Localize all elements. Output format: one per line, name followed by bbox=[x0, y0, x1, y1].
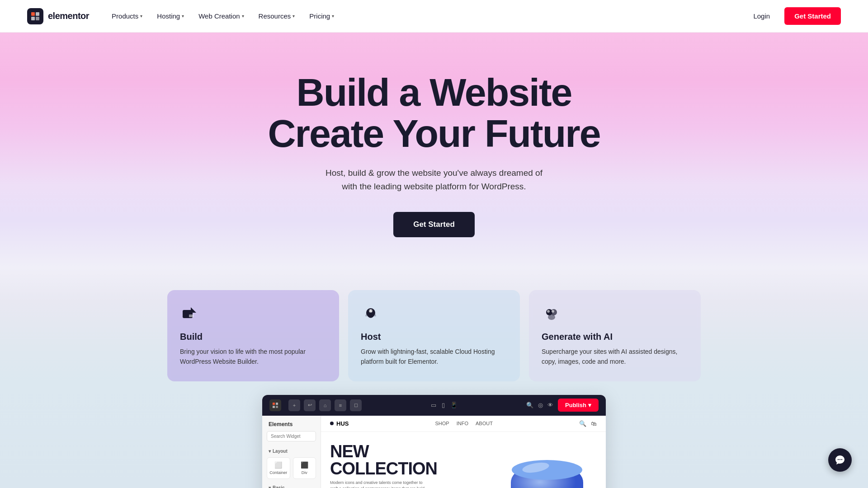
canvas-hero-desc: Modern icons and creative talents come t… bbox=[330, 480, 429, 488]
elements-label: Elements bbox=[262, 416, 321, 431]
svg-point-13 bbox=[552, 310, 554, 313]
editor-window: + ↩ ⌂ ≡ ◻ ▭ ▯ 📱 🔍 ◎ 👁 Publish ▾ bbox=[262, 395, 606, 488]
ai-icon bbox=[542, 305, 561, 324]
chat-icon bbox=[835, 455, 845, 465]
svg-rect-15 bbox=[276, 403, 278, 405]
login-button[interactable]: Login bbox=[746, 9, 777, 23]
feature-title-host: Host bbox=[361, 332, 507, 342]
feature-card-host: Host Grow with lightning-fast, scalable … bbox=[348, 290, 520, 381]
chevron-down-icon: ▾ bbox=[242, 14, 244, 19]
basic-section-label: ▾ Basic bbox=[262, 483, 321, 488]
canvas-text-col: NEW COLLECTION Modern icons and creative… bbox=[330, 443, 497, 488]
chat-button[interactable] bbox=[828, 448, 852, 472]
svg-point-25 bbox=[840, 459, 840, 460]
chevron-down-icon: ▾ bbox=[292, 14, 295, 19]
mobile-device-btn[interactable]: 📱 bbox=[450, 402, 458, 408]
nav-item-pricing[interactable]: Pricing ▾ bbox=[303, 9, 340, 23]
svg-point-26 bbox=[841, 459, 842, 460]
svg-rect-16 bbox=[273, 406, 275, 408]
svg-rect-3 bbox=[36, 17, 39, 20]
editor-topbar-icons: + ↩ ⌂ ≡ ◻ bbox=[288, 399, 362, 411]
chevron-down-icon: ▾ bbox=[332, 14, 334, 19]
editor-logo-icon bbox=[269, 399, 281, 411]
layout-section-label: ▾ Layout bbox=[262, 446, 321, 455]
div-icon: ⬛ bbox=[301, 461, 308, 469]
build-icon bbox=[180, 305, 200, 324]
feature-title-build: Build bbox=[180, 332, 326, 342]
feature-card-ai: Generate with AI Supercharge your sites … bbox=[529, 290, 701, 381]
nav-item-hosting[interactable]: Hosting ▾ bbox=[151, 9, 190, 23]
chevron-down-icon: ▾ bbox=[140, 14, 142, 19]
canvas-visual-col bbox=[497, 443, 597, 488]
nav-item-products[interactable]: Products ▾ bbox=[105, 9, 149, 23]
svg-rect-0 bbox=[31, 12, 35, 16]
nav-item-web-creation[interactable]: Web Creation ▾ bbox=[192, 9, 250, 23]
host-icon bbox=[361, 305, 381, 324]
logo-icon bbox=[27, 8, 43, 24]
editor-topbar-right: 🔍 ◎ 👁 Publish ▾ bbox=[526, 399, 599, 412]
feature-desc-build: Bring your vision to life with the most … bbox=[180, 347, 326, 367]
canvas-hero-title: NEW COLLECTION bbox=[330, 443, 429, 477]
svg-point-24 bbox=[838, 459, 839, 460]
tablet-device-btn[interactable]: ▯ bbox=[442, 402, 445, 408]
responsive-icon[interactable]: ◎ bbox=[538, 402, 543, 408]
editor-topbar: + ↩ ⌂ ≡ ◻ ▭ ▯ 📱 🔍 ◎ 👁 Publish ▾ bbox=[262, 395, 606, 416]
editor-preview-section: + ↩ ⌂ ≡ ◻ ▭ ▯ 📱 🔍 ◎ 👁 Publish ▾ bbox=[0, 381, 868, 488]
get-started-hero-button[interactable]: Get Started bbox=[393, 212, 475, 237]
publish-button[interactable]: Publish ▾ bbox=[558, 399, 599, 412]
hero-title: Build a Website Create Your Future bbox=[268, 72, 600, 154]
history-icon-btn[interactable]: ⌂ bbox=[319, 399, 331, 411]
editor-canvas: HUS SHOP INFO ABOUT 🔍 🛍 bbox=[321, 416, 606, 488]
logo[interactable]: elementor bbox=[27, 8, 89, 24]
canvas-cart-icon: 🛍 bbox=[591, 420, 597, 427]
feature-desc-host: Grow with lightning-fast, scalable Cloud… bbox=[361, 347, 507, 367]
canvas-logo-dot bbox=[330, 422, 334, 425]
layout-widgets-grid: ⬜ Container ⬛ Div bbox=[262, 455, 321, 483]
svg-rect-17 bbox=[276, 406, 278, 408]
get-started-nav-button[interactable]: Get Started bbox=[784, 7, 841, 25]
svg-rect-6 bbox=[189, 314, 193, 317]
container-icon: ⬜ bbox=[274, 461, 282, 469]
chevron-down-icon: ▾ bbox=[182, 14, 184, 19]
svg-rect-14 bbox=[273, 403, 275, 405]
feature-card-build: Build Bring your vision to life with the… bbox=[167, 290, 339, 381]
more-icon-btn[interactable]: ◻ bbox=[350, 399, 362, 411]
canvas-3d-object bbox=[502, 443, 592, 488]
navbar: elementor Products ▾ Hosting ▾ Web Creat… bbox=[0, 0, 868, 33]
preview-icon[interactable]: 👁 bbox=[547, 402, 553, 408]
chevron-down-icon: ▾ bbox=[588, 402, 591, 408]
hero-section: Build a Website Create Your Future Host,… bbox=[0, 33, 868, 267]
container-widget[interactable]: ⬜ Container bbox=[267, 457, 290, 479]
svg-rect-1 bbox=[36, 12, 39, 16]
nav-item-resources[interactable]: Resources ▾ bbox=[252, 9, 302, 23]
nav-menu: Products ▾ Hosting ▾ Web Creation ▾ Reso… bbox=[105, 9, 340, 23]
canvas-hero-area: NEW COLLECTION Modern icons and creative… bbox=[321, 432, 606, 488]
canvas-nav-icons: 🔍 🛍 bbox=[579, 420, 597, 427]
feature-title-ai: Generate with AI bbox=[542, 332, 688, 342]
navbar-right: Login Get Started bbox=[746, 7, 841, 25]
feature-desc-ai: Supercharge your sites with AI assisted … bbox=[542, 347, 688, 367]
canvas-nav-links: SHOP INFO ABOUT bbox=[435, 421, 493, 426]
svg-marker-5 bbox=[191, 307, 196, 313]
div-widget[interactable]: ⬛ Div bbox=[293, 457, 316, 479]
svg-point-12 bbox=[547, 310, 550, 313]
canvas-search-icon: 🔍 bbox=[579, 420, 586, 427]
add-icon-btn[interactable]: + bbox=[288, 399, 300, 411]
features-section: Build Bring your vision to life with the… bbox=[0, 267, 868, 381]
search-icon[interactable]: 🔍 bbox=[526, 402, 533, 408]
editor-body: Elements ▾ Layout ⬜ Container ⬛ Div bbox=[262, 416, 606, 488]
svg-rect-2 bbox=[31, 17, 35, 20]
svg-point-11 bbox=[548, 314, 555, 320]
canvas-navbar: HUS SHOP INFO ABOUT 🔍 🛍 bbox=[321, 416, 606, 432]
editor-sidebar: Elements ▾ Layout ⬜ Container ⬛ Div bbox=[262, 416, 321, 488]
navbar-left: elementor Products ▾ Hosting ▾ Web Creat… bbox=[27, 8, 340, 24]
canvas-logo: HUS bbox=[330, 420, 349, 427]
desktop-device-btn[interactable]: ▭ bbox=[431, 402, 436, 408]
widget-search-input[interactable] bbox=[267, 431, 316, 441]
hero-subtitle: Host, build & grow the website you've al… bbox=[326, 166, 542, 194]
notes-icon-btn[interactable]: ≡ bbox=[335, 399, 346, 411]
canvas-content-area: NEW COLLECTION Modern icons and creative… bbox=[330, 443, 597, 488]
editor-topbar-center: ▭ ▯ 📱 bbox=[366, 402, 522, 408]
svg-point-20 bbox=[512, 460, 582, 480]
undo-icon-btn[interactable]: ↩ bbox=[304, 399, 316, 411]
